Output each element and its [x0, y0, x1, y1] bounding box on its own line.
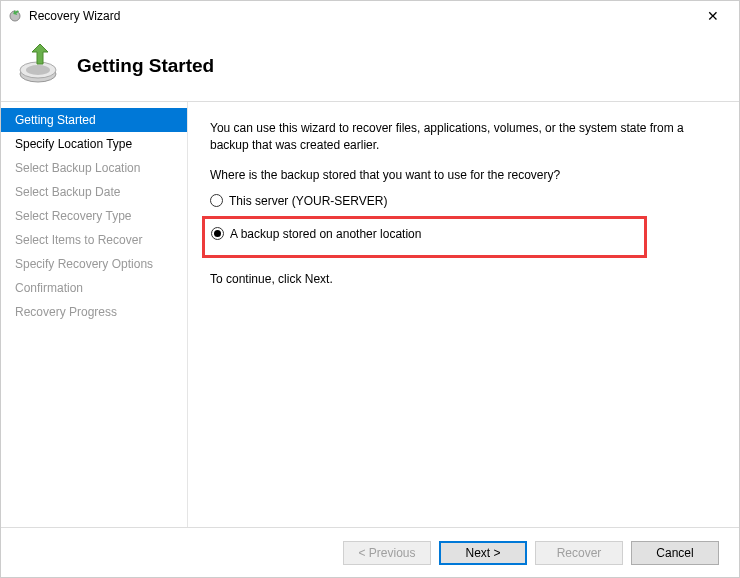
titlebar: Recovery Wizard ✕ [1, 1, 739, 31]
cancel-button-label: Cancel [656, 546, 693, 560]
sidebar: Getting StartedSpecify Location TypeSele… [1, 102, 187, 527]
cancel-button[interactable]: Cancel [631, 541, 719, 565]
previous-button: < Previous [343, 541, 431, 565]
sidebar-item-select-backup-date: Select Backup Date [1, 180, 187, 204]
sidebar-item-label: Getting Started [15, 113, 96, 127]
header: Getting Started [1, 31, 739, 101]
sidebar-item-confirmation: Confirmation [1, 276, 187, 300]
highlight-box: A backup stored on another location [202, 216, 647, 258]
sidebar-item-label: Select Backup Date [15, 185, 120, 199]
radio-group: This server (YOUR-SERVER)A backup stored… [210, 192, 717, 258]
radio-button-icon [211, 227, 224, 240]
window-title: Recovery Wizard [29, 9, 120, 23]
sidebar-item-select-backup-location: Select Backup Location [1, 156, 187, 180]
close-button[interactable]: ✕ [693, 2, 733, 30]
next-button-label: Next > [465, 546, 500, 560]
sidebar-item-label: Specify Location Type [15, 137, 132, 151]
sidebar-item-label: Select Recovery Type [15, 209, 132, 223]
sidebar-item-label: Specify Recovery Options [15, 257, 153, 271]
main-content: You can use this wizard to recover files… [187, 102, 739, 527]
sidebar-item-getting-started[interactable]: Getting Started [1, 108, 187, 132]
sidebar-item-specify-recovery-options: Specify Recovery Options [1, 252, 187, 276]
wizard-body: Getting StartedSpecify Location TypeSele… [1, 101, 739, 527]
wizard-icon [7, 7, 23, 26]
titlebar-left: Recovery Wizard [7, 7, 120, 26]
sidebar-item-specify-location-type[interactable]: Specify Location Type [1, 132, 187, 156]
sidebar-item-label: Select Items to Recover [15, 233, 142, 247]
radio-option[interactable]: This server (YOUR-SERVER) [210, 192, 717, 210]
sidebar-item-label: Recovery Progress [15, 305, 117, 319]
sidebar-item-label: Select Backup Location [15, 161, 140, 175]
previous-button-label: < Previous [358, 546, 415, 560]
radio-option[interactable]: A backup stored on another location [211, 225, 638, 243]
svg-point-3 [26, 65, 50, 75]
page-title: Getting Started [77, 55, 214, 77]
intro-text: You can use this wizard to recover files… [210, 120, 717, 154]
sidebar-item-select-recovery-type: Select Recovery Type [1, 204, 187, 228]
header-icon [15, 42, 61, 91]
close-icon: ✕ [707, 8, 719, 24]
recover-button-label: Recover [557, 546, 602, 560]
footer: < Previous Next > Recover Cancel [1, 527, 739, 577]
question-text: Where is the backup stored that you want… [210, 168, 717, 182]
radio-button-icon [210, 194, 223, 207]
continue-note: To continue, click Next. [210, 272, 717, 286]
recover-button: Recover [535, 541, 623, 565]
next-button[interactable]: Next > [439, 541, 527, 565]
radio-label: This server (YOUR-SERVER) [229, 194, 387, 208]
sidebar-item-label: Confirmation [15, 281, 83, 295]
radio-label: A backup stored on another location [230, 227, 421, 241]
sidebar-item-recovery-progress: Recovery Progress [1, 300, 187, 324]
radio-dot-icon [214, 230, 221, 237]
sidebar-item-select-items-to-recover: Select Items to Recover [1, 228, 187, 252]
